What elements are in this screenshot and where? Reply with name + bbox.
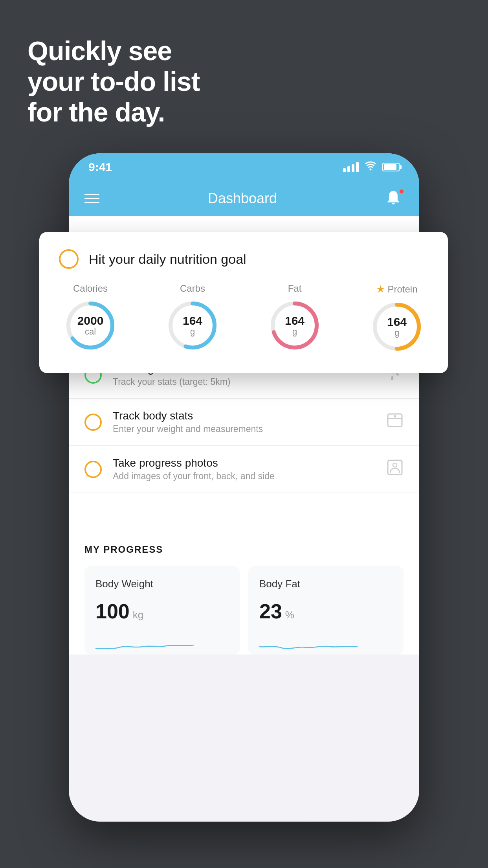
nutrition-card: Hit your daily nutrition goal Calories 2… (39, 232, 448, 373)
todo-circle-progress-photos (84, 461, 102, 478)
nutrition-calories: Calories 2000 cal (63, 283, 118, 353)
signal-icon (343, 162, 359, 172)
protein-value: 164 g (387, 315, 407, 338)
todo-item-progress-photos[interactable]: Take progress photos Add images of your … (69, 446, 419, 493)
signal-bar-1 (343, 168, 346, 172)
todo-subtitle-body-stats: Enter your weight and measurements (113, 424, 375, 434)
body-fat-unit: % (285, 609, 294, 621)
person-icon (386, 459, 404, 480)
protein-label: Protein (387, 284, 417, 295)
nutrition-protein: ★ Protein 164 g (369, 283, 424, 354)
todo-subtitle-progress-photos: Add images of your front, back, and side (113, 471, 375, 482)
calories-ring: 2000 cal (63, 298, 118, 353)
hero-text: Quickly see your to-do list for the day. (28, 35, 200, 128)
battery-icon (382, 163, 400, 171)
scale-icon (386, 412, 404, 432)
svg-point-4 (393, 463, 397, 467)
nutrition-fat: Fat 164 g (267, 283, 322, 353)
fat-value: 164 g (285, 314, 305, 337)
calories-value: 2000 cal (77, 314, 104, 337)
nutrition-card-title: Hit your daily nutrition goal (89, 252, 246, 267)
progress-section: MY PROGRESS Body Weight 100 kg Body Fat (69, 528, 419, 655)
nutrition-card-header: Hit your daily nutrition goal (59, 249, 428, 269)
protein-label-row: ★ Protein (376, 283, 417, 295)
hamburger-line-2 (84, 198, 99, 199)
body-weight-card-title: Body Weight (95, 578, 229, 590)
nutrition-carbs: Carbs 164 g (165, 283, 220, 353)
progress-section-title: MY PROGRESS (84, 544, 404, 555)
todo-item-body-stats[interactable]: Track body stats Enter your weight and m… (69, 399, 419, 446)
signal-bar-4 (356, 162, 359, 172)
carbs-value: 164 g (183, 314, 202, 337)
hamburger-line-1 (84, 194, 99, 195)
wifi-icon (364, 161, 377, 173)
body-weight-unit: kg (133, 609, 143, 621)
todo-title-progress-photos: Take progress photos (113, 457, 375, 469)
protein-star-icon: ★ (376, 283, 385, 295)
body-weight-sparkline (95, 631, 194, 655)
nutrition-row: Calories 2000 cal Carbs (59, 283, 428, 354)
hamburger-line-3 (84, 202, 99, 204)
todo-text-progress-photos: Take progress photos Add images of your … (113, 457, 375, 482)
progress-cards-container: Body Weight 100 kg Body Fat 23 % (84, 566, 404, 655)
notification-dot (399, 189, 404, 194)
time-display: 9:41 (88, 160, 112, 174)
todo-title-body-stats: Track body stats (113, 410, 375, 422)
body-weight-value-row: 100 kg (95, 600, 229, 623)
app-header: Dashboard (69, 181, 419, 216)
svg-point-2 (394, 415, 396, 417)
status-bar: 9:41 (69, 153, 419, 181)
status-icons (343, 161, 400, 173)
protein-ring: 164 g (369, 299, 424, 354)
body-fat-card-title: Body Fat (259, 578, 393, 590)
hamburger-menu[interactable] (84, 194, 99, 204)
battery-fill (384, 164, 396, 170)
carbs-ring: 164 g (165, 298, 220, 353)
notifications-button[interactable] (385, 189, 404, 208)
todo-circle-body-stats (84, 414, 102, 431)
body-fat-value-row: 23 % (259, 600, 393, 623)
todo-text-body-stats: Track body stats Enter your weight and m… (113, 410, 375, 434)
signal-bar-2 (347, 166, 350, 172)
todo-subtitle-running: Track your stats (target: 5km) (113, 377, 375, 387)
body-weight-card: Body Weight 100 kg (84, 566, 240, 655)
body-fat-sparkline (259, 631, 358, 655)
header-title: Dashboard (208, 190, 277, 207)
body-fat-card: Body Fat 23 % (248, 566, 404, 655)
mid-spacer (69, 493, 419, 513)
fat-label: Fat (288, 283, 302, 294)
calories-label: Calories (73, 283, 108, 294)
nutrition-check-circle[interactable] (59, 249, 79, 269)
carbs-label: Carbs (180, 283, 205, 294)
signal-bar-3 (352, 164, 354, 172)
body-fat-number: 23 (259, 600, 282, 623)
body-weight-number: 100 (95, 600, 130, 623)
fat-ring: 164 g (267, 298, 322, 353)
